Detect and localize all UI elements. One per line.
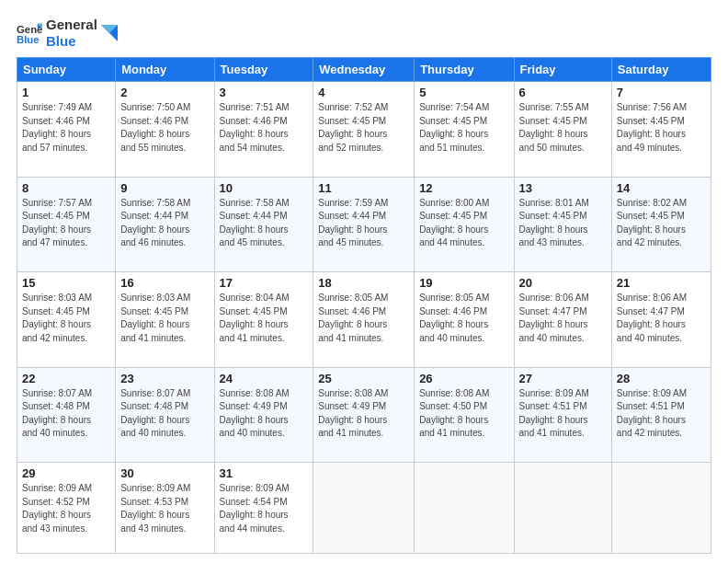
day-info: Sunrise: 8:09 AMSunset: 4:51 PMDaylight:… bbox=[519, 387, 607, 441]
calendar-cell: 3Sunrise: 7:51 AMSunset: 4:46 PMDaylight… bbox=[214, 82, 313, 178]
calendar-header-saturday: Saturday bbox=[611, 58, 711, 82]
day-info: Sunrise: 7:49 AMSunset: 4:46 PMDaylight:… bbox=[22, 101, 110, 155]
logo-text-general: General bbox=[46, 17, 97, 33]
page: General Blue General Blue SundayMondayTu… bbox=[0, 0, 728, 563]
calendar-cell: 9Sunrise: 7:58 AMSunset: 4:44 PMDaylight… bbox=[116, 177, 214, 272]
day-number: 26 bbox=[419, 372, 508, 385]
day-info: Sunrise: 8:07 AMSunset: 4:48 PMDaylight:… bbox=[120, 387, 209, 441]
calendar-cell: 28Sunrise: 8:09 AMSunset: 4:51 PMDayligh… bbox=[611, 367, 711, 463]
day-info: Sunrise: 7:58 AMSunset: 4:44 PMDaylight:… bbox=[220, 197, 309, 250]
calendar-header-thursday: Thursday bbox=[415, 58, 514, 82]
day-info: Sunrise: 8:06 AMSunset: 4:47 PMDaylight:… bbox=[617, 292, 706, 345]
day-number: 9 bbox=[120, 181, 209, 195]
day-number: 28 bbox=[617, 372, 706, 385]
day-info: Sunrise: 8:01 AMSunset: 4:45 PMDaylight:… bbox=[519, 197, 607, 250]
logo-icon: General Blue bbox=[17, 20, 42, 46]
header: General Blue General Blue bbox=[17, 17, 711, 50]
calendar-cell bbox=[514, 463, 611, 554]
day-info: Sunrise: 7:52 AMSunset: 4:45 PMDaylight:… bbox=[318, 101, 409, 155]
svg-text:Blue: Blue bbox=[17, 34, 40, 45]
day-info: Sunrise: 7:57 AMSunset: 4:45 PMDaylight:… bbox=[22, 197, 110, 250]
day-number: 12 bbox=[419, 181, 508, 195]
calendar-cell bbox=[415, 463, 514, 554]
day-info: Sunrise: 8:08 AMSunset: 4:49 PMDaylight:… bbox=[318, 387, 409, 441]
day-info: Sunrise: 8:09 AMSunset: 4:51 PMDaylight:… bbox=[617, 387, 706, 441]
calendar-cell: 8Sunrise: 7:57 AMSunset: 4:45 PMDaylight… bbox=[17, 177, 116, 272]
day-info: Sunrise: 8:09 AMSunset: 4:54 PMDaylight:… bbox=[220, 482, 309, 535]
calendar-cell: 2Sunrise: 7:50 AMSunset: 4:46 PMDaylight… bbox=[116, 82, 214, 178]
calendar-cell bbox=[611, 463, 711, 554]
calendar-cell: 31Sunrise: 8:09 AMSunset: 4:54 PMDayligh… bbox=[214, 463, 313, 554]
logo-chevron-icon bbox=[101, 25, 118, 41]
day-number: 1 bbox=[22, 86, 110, 99]
day-number: 18 bbox=[318, 276, 409, 290]
calendar-cell: 30Sunrise: 8:09 AMSunset: 4:53 PMDayligh… bbox=[116, 463, 214, 554]
day-number: 11 bbox=[318, 181, 409, 195]
day-info: Sunrise: 8:08 AMSunset: 4:49 PMDaylight:… bbox=[220, 387, 309, 441]
calendar-cell: 21Sunrise: 8:06 AMSunset: 4:47 PMDayligh… bbox=[611, 272, 711, 368]
calendar-cell bbox=[313, 463, 415, 554]
day-number: 10 bbox=[220, 181, 309, 195]
calendar-cell: 14Sunrise: 8:02 AMSunset: 4:45 PMDayligh… bbox=[611, 177, 711, 272]
day-info: Sunrise: 7:51 AMSunset: 4:46 PMDaylight:… bbox=[220, 101, 309, 155]
day-info: Sunrise: 8:03 AMSunset: 4:45 PMDaylight:… bbox=[22, 292, 110, 345]
day-number: 13 bbox=[519, 181, 607, 195]
calendar-cell: 19Sunrise: 8:05 AMSunset: 4:46 PMDayligh… bbox=[415, 272, 514, 368]
day-info: Sunrise: 7:56 AMSunset: 4:45 PMDaylight:… bbox=[617, 101, 706, 155]
calendar-header-tuesday: Tuesday bbox=[214, 58, 313, 82]
day-info: Sunrise: 8:00 AMSunset: 4:45 PMDaylight:… bbox=[419, 197, 508, 250]
calendar-cell: 5Sunrise: 7:54 AMSunset: 4:45 PMDaylight… bbox=[415, 82, 514, 178]
day-info: Sunrise: 8:09 AMSunset: 4:52 PMDaylight:… bbox=[22, 482, 110, 535]
calendar-cell: 27Sunrise: 8:09 AMSunset: 4:51 PMDayligh… bbox=[514, 367, 611, 463]
day-number: 21 bbox=[617, 276, 706, 290]
calendar-cell: 12Sunrise: 8:00 AMSunset: 4:45 PMDayligh… bbox=[415, 177, 514, 272]
calendar-cell: 24Sunrise: 8:08 AMSunset: 4:49 PMDayligh… bbox=[214, 367, 313, 463]
day-number: 16 bbox=[120, 276, 209, 290]
day-number: 15 bbox=[22, 276, 110, 290]
day-number: 23 bbox=[120, 372, 209, 385]
day-number: 14 bbox=[617, 181, 706, 195]
day-info: Sunrise: 7:58 AMSunset: 4:44 PMDaylight:… bbox=[120, 197, 209, 250]
day-info: Sunrise: 7:59 AMSunset: 4:44 PMDaylight:… bbox=[318, 197, 409, 250]
day-number: 27 bbox=[519, 372, 607, 385]
calendar-cell: 4Sunrise: 7:52 AMSunset: 4:45 PMDaylight… bbox=[313, 82, 415, 178]
day-info: Sunrise: 8:02 AMSunset: 4:45 PMDaylight:… bbox=[617, 197, 706, 250]
day-info: Sunrise: 8:07 AMSunset: 4:48 PMDaylight:… bbox=[22, 387, 110, 441]
day-number: 3 bbox=[220, 86, 309, 99]
logo: General Blue General Blue bbox=[17, 17, 118, 50]
calendar-header-monday: Monday bbox=[116, 58, 214, 82]
calendar-cell: 23Sunrise: 8:07 AMSunset: 4:48 PMDayligh… bbox=[116, 367, 214, 463]
day-info: Sunrise: 7:54 AMSunset: 4:45 PMDaylight:… bbox=[419, 101, 508, 155]
calendar-cell: 25Sunrise: 8:08 AMSunset: 4:49 PMDayligh… bbox=[313, 367, 415, 463]
day-info: Sunrise: 8:04 AMSunset: 4:45 PMDaylight:… bbox=[220, 292, 309, 345]
calendar-table: SundayMondayTuesdayWednesdayThursdayFrid… bbox=[17, 57, 711, 554]
day-info: Sunrise: 8:05 AMSunset: 4:46 PMDaylight:… bbox=[419, 292, 508, 345]
day-number: 20 bbox=[519, 276, 607, 290]
day-info: Sunrise: 8:09 AMSunset: 4:53 PMDaylight:… bbox=[120, 482, 209, 535]
calendar-header-friday: Friday bbox=[514, 58, 611, 82]
day-number: 7 bbox=[617, 86, 706, 99]
calendar-cell: 6Sunrise: 7:55 AMSunset: 4:45 PMDaylight… bbox=[514, 82, 611, 178]
day-number: 2 bbox=[120, 86, 209, 99]
day-info: Sunrise: 8:03 AMSunset: 4:45 PMDaylight:… bbox=[120, 292, 209, 345]
calendar-cell: 7Sunrise: 7:56 AMSunset: 4:45 PMDaylight… bbox=[611, 82, 711, 178]
day-number: 29 bbox=[22, 466, 110, 480]
calendar-cell: 22Sunrise: 8:07 AMSunset: 4:48 PMDayligh… bbox=[17, 367, 116, 463]
calendar-cell: 18Sunrise: 8:05 AMSunset: 4:46 PMDayligh… bbox=[313, 272, 415, 368]
calendar-cell: 15Sunrise: 8:03 AMSunset: 4:45 PMDayligh… bbox=[17, 272, 116, 368]
day-number: 17 bbox=[220, 276, 309, 290]
day-number: 31 bbox=[220, 466, 309, 480]
day-number: 4 bbox=[318, 86, 409, 99]
day-number: 24 bbox=[220, 372, 309, 385]
day-info: Sunrise: 8:05 AMSunset: 4:46 PMDaylight:… bbox=[318, 292, 409, 345]
day-info: Sunrise: 8:06 AMSunset: 4:47 PMDaylight:… bbox=[519, 292, 607, 345]
calendar-cell: 26Sunrise: 8:08 AMSunset: 4:50 PMDayligh… bbox=[415, 367, 514, 463]
day-number: 6 bbox=[519, 86, 607, 99]
calendar-cell: 20Sunrise: 8:06 AMSunset: 4:47 PMDayligh… bbox=[514, 272, 611, 368]
day-info: Sunrise: 7:50 AMSunset: 4:46 PMDaylight:… bbox=[120, 101, 209, 155]
calendar-cell: 10Sunrise: 7:58 AMSunset: 4:44 PMDayligh… bbox=[214, 177, 313, 272]
calendar-cell: 1Sunrise: 7:49 AMSunset: 4:46 PMDaylight… bbox=[17, 82, 116, 178]
day-number: 8 bbox=[22, 181, 110, 195]
logo-text-blue: Blue bbox=[46, 33, 97, 50]
calendar-cell: 11Sunrise: 7:59 AMSunset: 4:44 PMDayligh… bbox=[313, 177, 415, 272]
